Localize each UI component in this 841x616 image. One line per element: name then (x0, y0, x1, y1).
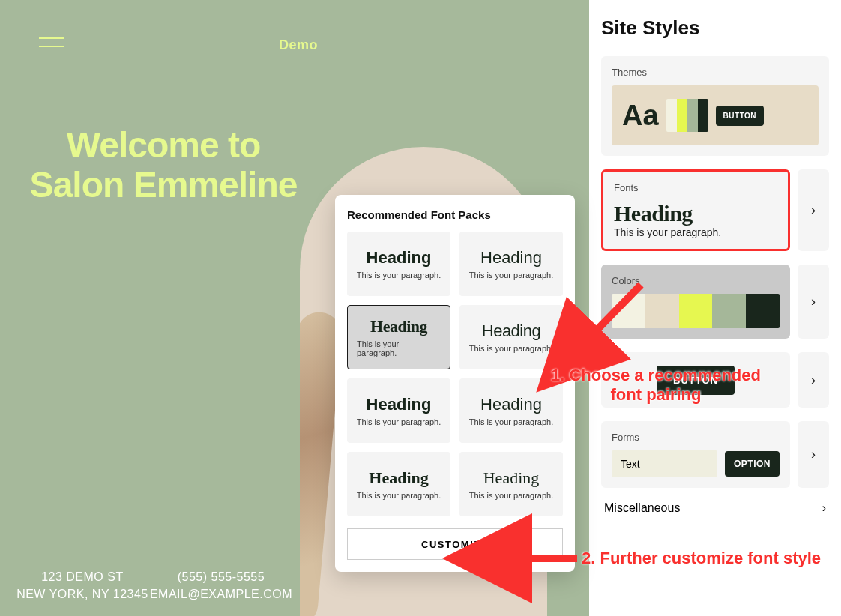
font-pack-option[interactable]: Heading This is your paragraph. (459, 378, 563, 443)
color-palette (612, 294, 780, 328)
section-forms[interactable]: Forms Text OPTION (601, 421, 790, 488)
color-swatch (677, 99, 687, 132)
font-pack-paragraph: This is your paragraph. (357, 491, 441, 500)
section-buttons-chevron[interactable]: › (798, 352, 829, 408)
annotation-step-2: 2. Further customize font style (582, 549, 821, 568)
chevron-right-icon: › (811, 372, 816, 388)
font-pack-heading: Heading (367, 248, 432, 268)
font-pack-heading: Heading (367, 395, 432, 414)
section-label: Miscellaneous (604, 501, 680, 515)
section-fonts-chevron[interactable]: › (798, 169, 829, 251)
font-pack-option[interactable]: Heading This is your paragraph. (347, 232, 450, 296)
site-styles-sidebar: Site Styles Themes Aa BUTTON Fonts Headi… (589, 0, 841, 616)
font-pack-option-selected[interactable]: Heading This is your paragraph. (347, 305, 450, 369)
font-pack-option[interactable]: Heading This is your paragraph. (459, 452, 563, 516)
hamburger-icon[interactable] (39, 37, 64, 54)
font-pack-grid: Heading This is your paragraph. Heading … (347, 232, 563, 516)
font-pack-option[interactable]: Heading This is your paragraph. (459, 232, 563, 296)
annotation-step-1: 1. Choose a recommended font pairing (551, 366, 761, 405)
font-pack-heading: Heading (480, 248, 542, 268)
section-label: Fonts (614, 182, 777, 193)
section-themes[interactable]: Themes Aa BUTTON (601, 56, 829, 156)
footer-address-2: NEW YORK, NY 12345 (15, 585, 150, 603)
footer-email: EMAIL@EXAMPLE.COM (150, 585, 292, 603)
section-colors-chevron[interactable]: › (798, 265, 829, 339)
color-swatch (746, 294, 780, 328)
font-pack-option[interactable]: Heading This is your paragraph. (459, 305, 563, 369)
section-misc[interactable]: Miscellaneous › (601, 501, 829, 515)
nav-link-demo[interactable]: Demo (279, 37, 318, 53)
themes-swatches (666, 99, 708, 132)
themes-button-sample: BUTTON (716, 106, 764, 126)
font-pack-heading: Heading (370, 317, 427, 336)
footer-address-1: 123 DEMO ST (15, 568, 150, 585)
font-pack-option[interactable]: Heading This is your paragraph. (347, 378, 450, 443)
font-pack-option[interactable]: Heading This is your paragraph. (347, 452, 450, 516)
sidebar-title: Site Styles (601, 16, 829, 40)
font-pack-paragraph: This is your paragraph. (469, 491, 554, 500)
section-label: Themes (612, 67, 819, 78)
font-pack-paragraph: This is your paragraph. (357, 271, 441, 280)
hero-title: Welcome to Salon Emmeline (28, 126, 298, 205)
section-fonts[interactable]: Fonts Heading This is your paragraph. (601, 169, 790, 251)
themes-preview: Aa BUTTON (612, 85, 819, 145)
font-pack-paragraph: This is your paragraph. (469, 271, 554, 280)
color-swatch (698, 99, 708, 132)
fonts-heading-sample: Heading (614, 201, 777, 226)
font-pack-heading: Heading (369, 468, 428, 488)
popover-title: Recommended Font Packs (347, 208, 563, 221)
section-forms-chevron[interactable]: › (798, 421, 829, 488)
font-pack-paragraph: This is your paragraph. (469, 417, 554, 426)
chevron-right-icon: › (811, 202, 816, 218)
font-pack-paragraph: This is your paragraph. (357, 417, 441, 426)
footer-phone: (555) 555-5555 (150, 568, 292, 585)
footer-info: 123 DEMO ST NEW YORK, NY 12345 (555) 555… (15, 568, 292, 603)
color-swatch (666, 99, 677, 132)
chevron-right-icon: › (822, 501, 826, 515)
color-swatch (687, 99, 698, 132)
font-pack-paragraph: This is your paragraph. (357, 339, 441, 357)
section-label: Forms (612, 432, 780, 443)
section-label: Colors (612, 275, 780, 286)
color-swatch (645, 294, 679, 328)
color-swatch (679, 294, 713, 328)
font-pack-heading: Heading (480, 395, 542, 414)
fonts-paragraph-sample: This is your paragraph. (614, 226, 777, 238)
forms-input-sample: Text (612, 450, 717, 477)
font-pack-heading: Heading (483, 468, 540, 488)
forms-option-sample: OPTION (725, 451, 780, 477)
section-colors[interactable]: Colors (601, 265, 790, 339)
color-swatch (612, 294, 645, 328)
font-pack-paragraph: This is your paragraph. (469, 344, 554, 353)
themes-sample-text: Aa (622, 100, 659, 132)
color-swatch (712, 294, 746, 328)
font-packs-popover: Recommended Font Packs Heading This is y… (335, 195, 575, 572)
chevron-right-icon: › (811, 447, 816, 462)
font-pack-heading: Heading (482, 321, 540, 341)
chevron-right-icon: › (811, 294, 816, 309)
site-preview: Demo Welcome to Salon Emmeline 123 DEMO … (0, 0, 589, 616)
customize-button[interactable]: CUSTOMIZE (347, 528, 563, 560)
